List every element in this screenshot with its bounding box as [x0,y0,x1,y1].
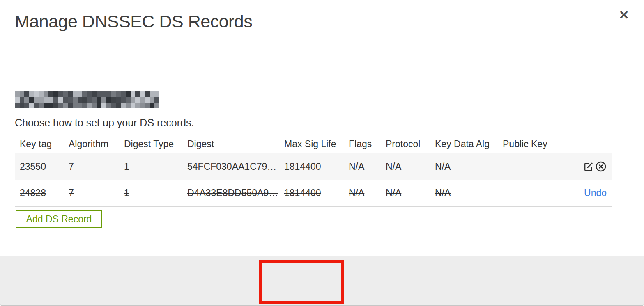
cell-algorithm: 7 [69,161,124,172]
th-key-tag: Key tag [20,139,69,150]
add-ds-record-button[interactable]: Add DS Record [16,210,102,228]
table-row: 23550 7 1 54FCF030AA1C79… 1814400 N/A N/… [15,153,612,180]
footer-bar: Save Cancel [0,256,644,306]
row-actions: Undo [571,187,612,199]
cell-digest-type: 1 [124,187,187,199]
cell-algorithm: 7 [69,187,124,199]
cell-flags: N/A [349,161,386,172]
th-protocol: Protocol [386,139,435,150]
page-title: Manage DNSSEC DS Records [15,11,252,32]
table-row-deleted: 24828 7 1 D4A33E8DD550A9… 1814400 N/A N/… [15,180,612,207]
cell-key-data-alg: N/A [435,187,503,199]
cell-max-sig-life: 1814400 [284,161,349,172]
cell-key-data-alg: N/A [435,161,503,172]
cell-key-tag: 24828 [20,187,69,199]
th-digest: Digest [187,139,284,150]
cell-digest: D4A33E8DD550A9… [187,187,284,199]
delete-icon [595,161,607,172]
th-key-data-alg: Key Data Alg [435,139,503,150]
table-header-row: Key tag Algorithm Digest Type Digest Max… [15,135,612,153]
th-max-sig-life: Max Sig Life [284,139,349,150]
cell-flags: N/A [349,187,386,199]
th-algorithm: Algorithm [69,139,124,150]
cell-protocol: N/A [386,161,435,172]
th-digest-type: Digest Type [124,139,187,150]
th-public-key: Public Key [503,139,571,150]
ds-records-table: Key tag Algorithm Digest Type Digest Max… [15,135,612,207]
edit-icon [583,161,594,172]
th-flags: Flags [349,139,386,150]
subtitle-text: Choose how to set up your DS records. [15,117,194,129]
delete-record-button[interactable] [595,161,607,172]
undo-link[interactable]: Undo [584,187,607,199]
row-actions [571,161,612,172]
close-icon[interactable]: ✕ [616,7,632,23]
cell-protocol: N/A [386,187,435,199]
cell-digest: 54FCF030AA1C79… [187,161,284,172]
cell-max-sig-life: 1814400 [284,187,349,199]
cell-digest-type: 1 [124,161,187,172]
edit-record-button[interactable] [583,161,594,172]
manage-dnssec-modal: Manage DNSSEC DS Records ✕ Choose how to… [0,0,644,306]
redacted-domain-name [15,91,159,108]
cell-key-tag: 23550 [20,161,69,172]
